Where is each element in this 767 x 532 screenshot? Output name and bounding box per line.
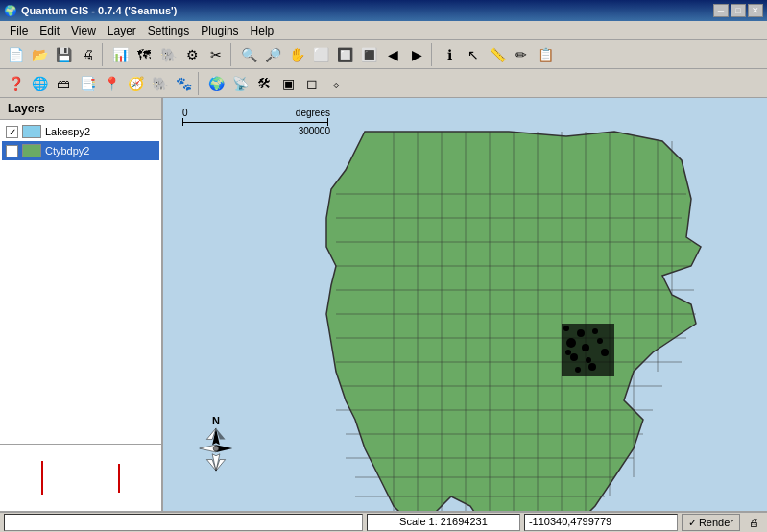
title-bar: 🌍 Quantum GIS - 0.7.4 ('Seamus') ─ □ ✕ (0, 0, 767, 21)
select-tool[interactable]: ▣ (276, 72, 300, 95)
edit-button[interactable]: ✏ (510, 43, 533, 66)
open-project-button[interactable]: 📂 (28, 43, 51, 66)
scale-display: Scale 1: 21694231 (367, 514, 520, 531)
menu-view[interactable]: View (65, 22, 102, 39)
menu-layer[interactable]: Layer (102, 22, 142, 39)
add-raster-button[interactable]: 🗺 (132, 43, 156, 66)
wfs-button[interactable]: 📡 (228, 72, 252, 95)
svg-point-34 (566, 338, 576, 348)
app-icon: 🌍 (4, 5, 17, 17)
coordinate-box (4, 514, 363, 531)
main-area: Layers ✓ Lakespy2 ✓ Ctybdpy2 0 degrees (0, 98, 767, 511)
status-icon-button[interactable]: 🖨 (744, 514, 763, 531)
layer-checkbox-lakespy2[interactable]: ✓ (6, 126, 18, 138)
title-bar-left: 🌍 Quantum GIS - 0.7.4 ('Seamus') (4, 5, 177, 17)
render-label: Render (699, 517, 733, 528)
layer-checkbox-ctybdpy2[interactable]: ✓ (6, 145, 18, 157)
toolbar-separator-3 (431, 43, 435, 66)
svg-point-51 (213, 446, 219, 451)
animal-button[interactable]: 🐘 (148, 72, 171, 95)
menu-plugins[interactable]: Plugins (195, 22, 244, 39)
layer-item-lakespy2[interactable]: ✓ Lakespy2 (2, 122, 159, 141)
help-button[interactable]: ❓ (4, 72, 27, 95)
tool2-btn-7[interactable]: 🐾 (172, 72, 195, 95)
layers-list: ✓ Lakespy2 ✓ Ctybdpy2 (0, 120, 161, 444)
layer-item-ctybdpy2[interactable]: ✓ Ctybdpy2 (2, 141, 159, 160)
map-canvas[interactable]: 0 degrees 300000 (163, 98, 767, 511)
layers-panel: Layers ✓ Lakespy2 ✓ Ctybdpy2 (0, 98, 163, 511)
layers-chart-area (0, 444, 161, 511)
status-bar: Scale 1: 21694231 -110340,4799779 ✓ Rend… (0, 511, 767, 532)
minimize-button[interactable]: ─ (713, 4, 729, 17)
wms-button[interactable]: 🌍 (204, 72, 228, 95)
identify-button[interactable]: ℹ (438, 43, 461, 66)
north-arrow: N (192, 415, 240, 472)
scale-start: 0 (182, 108, 188, 118)
layer-icon-ctybdpy2 (22, 144, 41, 157)
add-postgis-button[interactable]: 🐘 (156, 43, 180, 66)
overview-button[interactable]: 🗃 (52, 72, 75, 95)
svg-point-35 (582, 344, 589, 351)
title-bar-buttons: ─ □ ✕ (713, 4, 763, 17)
pan-button[interactable]: ✋ (285, 43, 308, 66)
layer-order-button[interactable]: 📑 (76, 72, 99, 95)
svg-point-38 (586, 357, 591, 363)
svg-point-31 (563, 326, 569, 331)
svg-point-33 (592, 328, 598, 334)
select-poly-tool[interactable]: ◻ (300, 72, 324, 95)
render-button[interactable]: ✓ Render (682, 514, 740, 531)
gps-button[interactable]: 📍 (100, 72, 123, 95)
svg-point-41 (588, 363, 596, 371)
browser-button[interactable]: 🌐 (28, 72, 51, 95)
table-button[interactable]: 📋 (534, 43, 557, 66)
zoom-out-button[interactable]: 🔎 (261, 43, 284, 66)
scale-labels: 0 degrees (182, 108, 330, 118)
minnesota-map-svg (317, 122, 720, 511)
layers-header: Layers (0, 98, 161, 120)
layer-icon-lakespy2 (22, 125, 41, 138)
scale-unit: degrees (296, 108, 330, 118)
measure-button[interactable]: 📏 (486, 43, 509, 66)
tool-btn-6[interactable]: ✂ (204, 43, 228, 66)
north-arrow-icon (197, 426, 235, 472)
north-label: N (212, 415, 220, 426)
tool-btn-5[interactable]: ⚙ (180, 43, 204, 66)
coord-display: -110340,4799779 (524, 514, 678, 531)
svg-point-36 (597, 338, 603, 344)
toolbar-main: 📄 📂 💾 🖨 📊 🗺 🐘 ⚙ ✂ 🔍 🔎 ✋ ⬜ 🔲 🔳 ◀ ▶ ℹ ↖ 📏 … (0, 40, 767, 69)
print-button[interactable]: 🖨 (76, 43, 99, 66)
toolbar-secondary: ❓ 🌐 🗃 📑 📍 🧭 🐘 🐾 🌍 📡 🛠 ▣ ◻ ⬦ (0, 69, 767, 98)
svg-point-42 (565, 350, 571, 355)
new-project-button[interactable]: 📄 (4, 43, 27, 66)
menu-settings[interactable]: Settings (142, 22, 195, 39)
zoom-layer-button[interactable]: 🔲 (333, 43, 356, 66)
zoom-in-button[interactable]: 🔍 (237, 43, 260, 66)
add-vector-button[interactable]: 📊 (108, 43, 132, 66)
forward-button[interactable]: ▶ (405, 43, 428, 66)
menu-file[interactable]: File (4, 22, 34, 39)
scale-line (182, 118, 330, 126)
layer-name-ctybdpy2: Ctybdpy2 (45, 145, 89, 157)
render-checkbox[interactable]: ✓ (688, 517, 697, 529)
zoom-full-button[interactable]: ⬜ (309, 43, 332, 66)
zoom-selection-button[interactable]: 🔳 (357, 43, 380, 66)
app-title: Quantum GIS - 0.7.4 ('Seamus') (21, 5, 177, 16)
layer-name-lakespy2: Lakespy2 (45, 126, 90, 137)
compass-button[interactable]: 🧭 (124, 72, 147, 95)
mini-chart-right (118, 464, 120, 493)
scale-bar: 0 degrees 300000 (182, 108, 330, 136)
tool2-btn-9[interactable]: 🛠 (252, 72, 276, 95)
menu-help[interactable]: Help (245, 22, 280, 39)
menu-edit[interactable]: Edit (34, 22, 65, 39)
svg-point-32 (577, 329, 585, 337)
svg-point-37 (570, 353, 578, 361)
select-button[interactable]: ↖ (462, 43, 485, 66)
menu-bar: File Edit View Layer Settings Plugins He… (0, 21, 767, 40)
save-project-button[interactable]: 💾 (52, 43, 75, 66)
close-button[interactable]: ✕ (748, 4, 763, 17)
scale-horiz-line (183, 122, 327, 123)
node-tool[interactable]: ⬦ (324, 72, 348, 95)
svg-point-40 (575, 367, 581, 373)
back-button[interactable]: ◀ (381, 43, 404, 66)
maximize-button[interactable]: □ (731, 4, 746, 17)
